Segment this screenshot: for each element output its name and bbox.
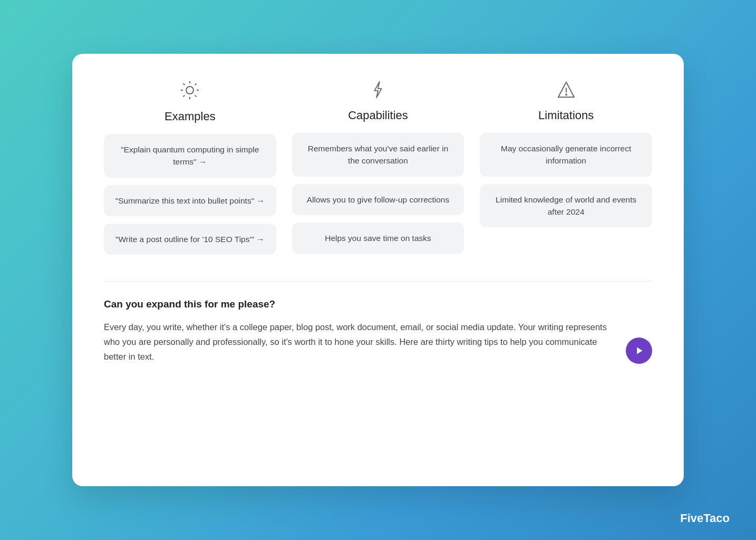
capabilities-column: Capabilities Remembers what you've said … — [292, 80, 464, 255]
chat-question: Can you expand this for me please? — [104, 298, 652, 310]
svg-line-7 — [195, 84, 197, 85]
limitations-title: Limitations — [538, 109, 594, 122]
limitations-column: Limitations May occasionally generate in… — [480, 80, 652, 255]
limitations-items: May occasionally generate incorrect info… — [480, 133, 652, 227]
capability-item-3: Helps you save time on tasks — [292, 223, 464, 254]
warning-icon — [557, 80, 576, 102]
svg-point-11 — [566, 94, 567, 95]
svg-point-0 — [186, 86, 193, 94]
limitation-item-2: Limited knowledge of world and events af… — [480, 184, 652, 228]
divider — [104, 281, 652, 282]
capabilities-items: Remembers what you've said earlier in th… — [292, 133, 464, 254]
example-item-1[interactable]: "Explain quantum computing in simple ter… — [104, 134, 276, 178]
chat-answer: Every day, you write, whether it's a col… — [104, 320, 652, 364]
capability-item-2: Allows you to give follow-up corrections — [292, 184, 464, 215]
capability-item-1: Remembers what you've said earlier in th… — [292, 133, 464, 177]
example-item-2[interactable]: "Summarize this text into bullet points"… — [104, 185, 276, 216]
examples-items: "Explain quantum computing in simple ter… — [104, 134, 276, 255]
examples-column: Examples "Explain quantum computing in s… — [104, 80, 276, 255]
columns-section: Examples "Explain quantum computing in s… — [104, 80, 652, 255]
question-section: Can you expand this for me please? — [104, 298, 652, 310]
examples-title: Examples — [164, 110, 216, 123]
sun-icon — [180, 80, 200, 103]
example-item-3[interactable]: "Write a post outline for '10 SEO Tips'"… — [104, 224, 276, 255]
svg-line-5 — [183, 84, 185, 85]
svg-line-6 — [195, 95, 197, 97]
answer-section: Every day, you write, whether it's a col… — [104, 320, 652, 364]
brand-name: FiveTaco — [680, 512, 730, 525]
limitation-item-1: May occasionally generate incorrect info… — [480, 133, 652, 177]
bolt-icon — [369, 80, 387, 102]
send-icon — [633, 345, 645, 356]
send-button[interactable] — [626, 338, 652, 364]
capabilities-title: Capabilities — [348, 109, 408, 122]
svg-line-8 — [183, 95, 185, 97]
main-card: Examples "Explain quantum computing in s… — [72, 54, 684, 486]
